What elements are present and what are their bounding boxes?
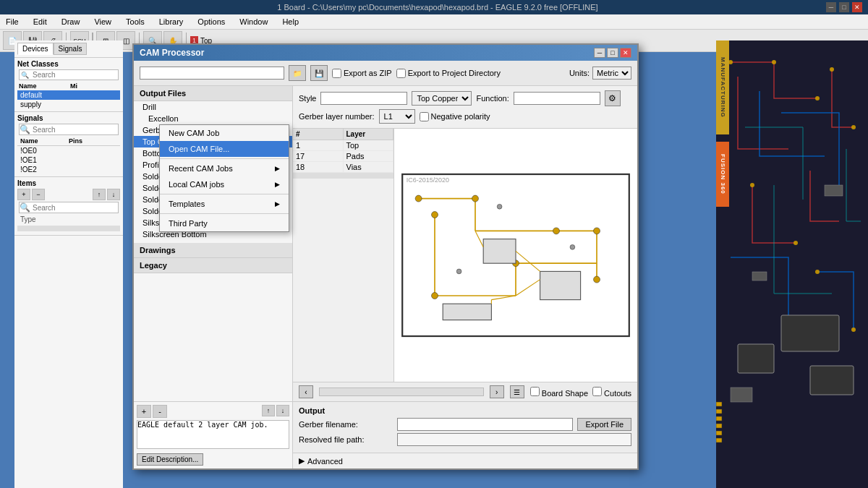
units-select[interactable]: Metric (592, 67, 631, 80)
cam-maximize-button[interactable]: □ (607, 48, 618, 58)
export-project-checkbox[interactable]: Export to Project Directory (396, 69, 501, 78)
menu-window[interactable]: Window (237, 16, 271, 27)
page-hscroll[interactable] (319, 388, 484, 396)
net-search-input[interactable] (30, 70, 118, 80)
layer-vscroll[interactable] (293, 173, 393, 179)
recent-cam-jobs-item[interactable]: Recent CAM Jobs ▶ (160, 160, 289, 176)
svg-point-16 (594, 276, 600, 283)
menu-library[interactable]: Library (156, 16, 187, 27)
svg-point-26 (497, 204, 502, 209)
menu-options[interactable]: Options (195, 16, 228, 27)
svg-rect-48 (716, 416, 722, 421)
menu-view[interactable]: View (91, 16, 114, 27)
drawings-header[interactable]: Drawings (134, 243, 292, 258)
export-project-check[interactable] (396, 69, 406, 78)
items-hscroll[interactable] (17, 226, 120, 231)
function-gear-button[interactable]: ⚙ (605, 90, 621, 106)
menu-draw[interactable]: Draw (59, 16, 83, 27)
svg-rect-41 (738, 344, 774, 373)
gerber-filename-input[interactable]: %PREFIX/copper_top.gbr (397, 418, 573, 431)
signals-name-header: Name (20, 137, 69, 145)
export-zip-check[interactable] (332, 69, 341, 78)
minimize-button[interactable]: ─ (826, 2, 836, 12)
maximize-button[interactable]: □ (839, 2, 849, 12)
tab-signals[interactable]: Signals (54, 43, 88, 55)
manufacturing-label: MANUFACTURING (716, 40, 729, 134)
edit-description-button[interactable]: Edit Description... (137, 453, 203, 466)
cutouts-checkbox[interactable]: Cutouts (592, 387, 631, 398)
remove-item-button[interactable]: − (32, 189, 45, 200)
svg-point-13 (553, 228, 560, 234)
remove-output-button[interactable]: - (153, 405, 167, 418)
templates-item[interactable]: Templates ▶ (160, 196, 289, 212)
fusion-label: FUSION 360 (716, 142, 729, 207)
style-select[interactable]: Top Copper (412, 91, 472, 106)
signals-search-input[interactable] (30, 125, 118, 134)
cam-minimize-button[interactable]: ─ (594, 48, 605, 58)
svg-rect-46 (716, 402, 722, 406)
layer-row-17[interactable]: 17Pads (293, 151, 393, 162)
items-search-input[interactable] (30, 203, 118, 213)
svg-point-11 (432, 212, 438, 218)
export-file-button[interactable]: Export File (577, 418, 631, 431)
net-default[interactable]: default (17, 90, 120, 100)
add-layer-button[interactable]: ☰ (510, 385, 524, 398)
prev-page-button[interactable]: ‹ (299, 385, 313, 398)
cam-titlebar: CAM Processor ─ □ ✕ (134, 45, 637, 61)
move-down-button[interactable]: ↓ (107, 189, 120, 200)
resolved-path-input[interactable]: CAMOutputs/GerberFiles/copper_top.gbr (397, 433, 631, 446)
menu-tools[interactable]: Tools (123, 16, 148, 27)
svg-rect-19 (540, 271, 581, 299)
signal-oe1[interactable]: !OE1 (17, 155, 120, 165)
layer-number-select[interactable]: L1 (379, 109, 415, 124)
arrow-icon-2: ▶ (275, 181, 280, 188)
local-cam-jobs-item[interactable]: Local CAM jobs ▶ (160, 176, 289, 192)
menu-help[interactable]: Help (279, 16, 302, 27)
open-cam-file-item[interactable]: Open CAM File... (160, 141, 289, 157)
net-supply[interactable]: supply (17, 100, 120, 109)
add-output-button[interactable]: + (137, 405, 151, 418)
cam-close-button[interactable]: ✕ (620, 48, 631, 58)
style-input[interactable]: Top Copper (320, 92, 407, 105)
resolved-path-label: Resolved file path: (299, 435, 393, 444)
function-label: Function: (476, 94, 509, 103)
neg-polarity-checkbox[interactable]: Negative polarity (420, 112, 490, 121)
add-item-button[interactable]: + (17, 189, 30, 200)
tab-devices[interactable]: Devices (17, 43, 54, 55)
next-page-button[interactable]: › (490, 385, 504, 398)
move-up-button[interactable]: ↑ (93, 189, 106, 200)
legacy-header[interactable]: Legacy (134, 258, 292, 273)
svg-point-27 (570, 244, 575, 249)
net-classes-label: Net Classes (17, 60, 120, 68)
svg-point-17 (432, 293, 438, 299)
menu-file[interactable]: File (3, 16, 22, 27)
board-shape-checkbox[interactable]: Board Shape (530, 387, 588, 398)
output-files-header[interactable]: Output Files (134, 86, 292, 101)
cam-advanced-section[interactable]: ▶ Advanced (293, 453, 637, 468)
drill-item[interactable]: Drill (134, 101, 292, 113)
description-field[interactable]: EAGLE default 2 layer CAM job. (137, 420, 289, 449)
close-button[interactable]: ✕ (852, 2, 862, 12)
export-zip-checkbox[interactable]: Export as ZIP (332, 69, 392, 78)
type-label: Type (17, 215, 120, 224)
svg-point-32 (772, 60, 776, 64)
cam-save-button[interactable]: 💾 (310, 65, 328, 81)
layer-row-18[interactable]: 18Vias (293, 162, 393, 173)
menu-edit[interactable]: Edit (30, 16, 50, 27)
layer-row-1[interactable]: 1Top (293, 140, 393, 151)
cam-filename-input[interactable]: template_2_layer.cam (140, 67, 284, 80)
third-party-item[interactable]: Third Party (160, 215, 289, 231)
svg-rect-44 (825, 185, 843, 196)
cam-folder-button[interactable]: 📁 (289, 65, 306, 81)
svg-point-34 (830, 67, 834, 72)
signal-oe0[interactable]: !OE0 (17, 146, 120, 155)
function-input[interactable]: Copper (514, 92, 600, 105)
signal-oe2[interactable]: !OE2 (17, 165, 120, 174)
signals-label: Signals (17, 114, 120, 122)
move-output-up[interactable]: ↑ (262, 405, 275, 416)
new-cam-job-item[interactable]: New CAM Job (160, 125, 289, 141)
excellon-item[interactable]: Excellon (134, 113, 292, 124)
cam-output-section: Output Gerber filename: %PREFIX/copper_t… (293, 402, 637, 453)
svg-rect-18 (483, 239, 516, 264)
move-output-down[interactable]: ↓ (276, 405, 289, 416)
